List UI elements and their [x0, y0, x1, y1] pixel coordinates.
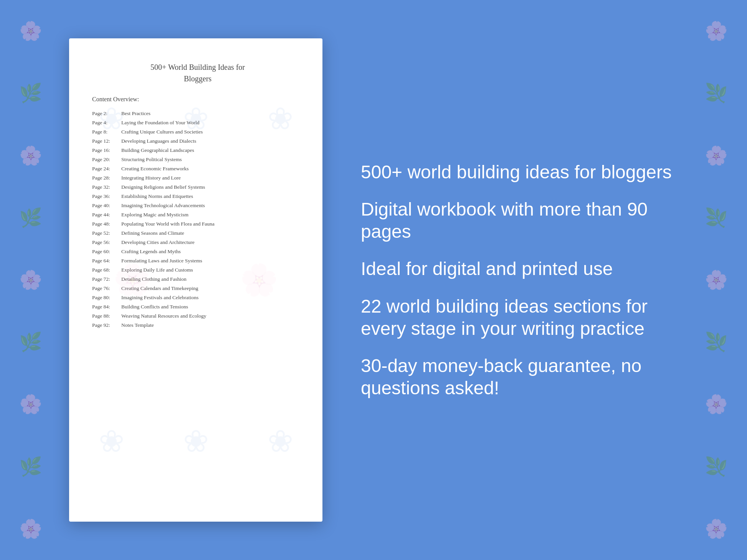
toc-title: Structuring Political Systems: [121, 156, 182, 163]
toc-page-number: Page 20:: [92, 156, 119, 163]
toc-title: Formulating Laws and Justice Systems: [121, 258, 202, 264]
toc-page-number: Page 12:: [92, 138, 119, 144]
toc-item: Page 24:Creating Economic Frameworks: [92, 164, 303, 173]
toc-page-number: Page 76:: [92, 285, 119, 292]
toc-page-number: Page 72:: [92, 276, 119, 282]
features-panel: 500+ world building ideas for bloggersDi…: [353, 161, 678, 399]
toc-page-number: Page 44:: [92, 212, 119, 218]
toc-page-number: Page 40:: [92, 203, 119, 209]
toc-title: Creating Economic Frameworks: [121, 166, 188, 172]
feature-item: Digital workbook with more than 90 pages: [361, 198, 678, 242]
toc-item: Page 8:Crafting Unique Cultures and Soci…: [92, 127, 303, 137]
toc-item: Page 92:Notes Template: [92, 321, 303, 330]
toc-page-number: Page 68:: [92, 267, 119, 273]
toc-item: Page 72:Detailing Clothing and Fashion: [92, 275, 303, 284]
toc-title: Weaving Natural Resources and Ecology: [121, 313, 207, 319]
feature-item: 30-day money-back guarantee, no question…: [361, 355, 678, 399]
toc-title: Building Conflicts and Tensions: [121, 304, 188, 310]
toc-title: Best Practices: [121, 110, 150, 117]
toc-item: Page 28:Integrating History and Lore: [92, 173, 303, 183]
toc-title: Designing Religions and Belief Systems: [121, 184, 205, 190]
toc-page-number: Page 16:: [92, 147, 119, 153]
toc-item: Page 64:Formulating Laws and Justice Sys…: [92, 256, 303, 265]
toc-page-number: Page 24:: [92, 166, 119, 172]
toc-title: Building Geographical Landscapes: [121, 147, 194, 153]
toc-page-number: Page 88:: [92, 313, 119, 319]
toc-page-number: Page 8:: [92, 129, 119, 135]
table-of-contents: Page 2:Best PracticesPage 4:Laying the F…: [92, 109, 303, 330]
toc-title: Laying the Foundation of Your World: [121, 120, 199, 126]
feature-item: Ideal for digital and printed use: [361, 258, 678, 280]
toc-title: Crafting Legends and Myths: [121, 249, 181, 255]
toc-title: Integrating History and Lore: [121, 175, 181, 181]
toc-page-number: Page 80:: [92, 295, 119, 301]
toc-page-number: Page 60:: [92, 249, 119, 255]
toc-item: Page 60:Crafting Legends and Myths: [92, 247, 303, 256]
toc-title: Detailing Clothing and Fashion: [121, 276, 187, 282]
toc-item: Page 88:Weaving Natural Resources and Ec…: [92, 311, 303, 321]
toc-page-number: Page 52:: [92, 230, 119, 236]
watermark-icon: ❀: [183, 423, 209, 459]
toc-title: Establishing Norms and Etiquettes: [121, 193, 193, 199]
toc-item: Page 20:Structuring Political Systems: [92, 155, 303, 164]
toc-page-number: Page 48:: [92, 221, 119, 227]
watermark-icon: ❀: [99, 423, 124, 459]
toc-page-number: Page 56:: [92, 239, 119, 245]
toc-item: Page 48:Populating Your World with Flora…: [92, 219, 303, 229]
toc-item: Page 16:Building Geographical Landscapes: [92, 146, 303, 155]
toc-item: Page 80:Imagining Festivals and Celebrat…: [92, 293, 303, 302]
toc-item: Page 40:Imagining Technological Advancem…: [92, 201, 303, 210]
toc-page-number: Page 2:: [92, 110, 119, 117]
feature-item: 500+ world building ideas for bloggers: [361, 161, 678, 183]
toc-title: Imagining Festivals and Celebrations: [121, 295, 198, 301]
toc-item: Page 56:Developing Cities and Architectu…: [92, 238, 303, 247]
toc-title: Exploring Magic and Mysticism: [121, 212, 188, 218]
toc-page-number: Page 36:: [92, 193, 119, 199]
toc-item: Page 52:Defining Seasons and Climate: [92, 229, 303, 238]
toc-item: Page 2:Best Practices: [92, 109, 303, 118]
toc-item: Page 84:Building Conflicts and Tensions: [92, 302, 303, 311]
toc-title: Defining Seasons and Climate: [121, 230, 184, 236]
toc-item: Page 68:Exploring Daily Life and Customs: [92, 265, 303, 275]
toc-title: Notes Template: [121, 322, 154, 328]
toc-item: Page 4:Laying the Foundation of Your Wor…: [92, 118, 303, 127]
toc-item: Page 44:Exploring Magic and Mysticism: [92, 210, 303, 219]
toc-page-number: Page 64:: [92, 258, 119, 264]
feature-item: 22 world building ideas sections for eve…: [361, 295, 678, 339]
document-title: 500+ World Building Ideas for Bloggers: [92, 61, 303, 84]
toc-title: Imagining Technological Advancements: [121, 203, 205, 209]
toc-page-number: Page 84:: [92, 304, 119, 310]
toc-page-number: Page 32:: [92, 184, 119, 190]
toc-title: Developing Languages and Dialects: [121, 138, 196, 144]
main-container: ❀ ❀ ❀ 🌸 🌸 ❀ ❀ ❀ 500+ World Building Idea…: [0, 0, 747, 560]
toc-item: Page 36:Establishing Norms and Etiquette…: [92, 192, 303, 201]
toc-title: Populating Your World with Flora and Fau…: [121, 221, 215, 227]
toc-title: Developing Cities and Architecture: [121, 239, 195, 245]
watermark-icon: ❀: [268, 423, 293, 459]
toc-page-number: Page 4:: [92, 120, 119, 126]
toc-item: Page 12:Developing Languages and Dialect…: [92, 137, 303, 146]
toc-item: Page 32:Designing Religions and Belief S…: [92, 183, 303, 192]
toc-item: Page 76:Creating Calendars and Timekeepi…: [92, 284, 303, 293]
content-overview-label: Content Overview:: [92, 96, 303, 103]
toc-title: Creating Calendars and Timekeeping: [121, 285, 198, 292]
toc-title: Crafting Unique Cultures and Societies: [121, 129, 203, 135]
toc-title: Exploring Daily Life and Customs: [121, 267, 193, 273]
toc-page-number: Page 28:: [92, 175, 119, 181]
document-mockup: ❀ ❀ ❀ 🌸 🌸 ❀ ❀ ❀ 500+ World Building Idea…: [69, 38, 322, 522]
toc-page-number: Page 92:: [92, 322, 119, 328]
